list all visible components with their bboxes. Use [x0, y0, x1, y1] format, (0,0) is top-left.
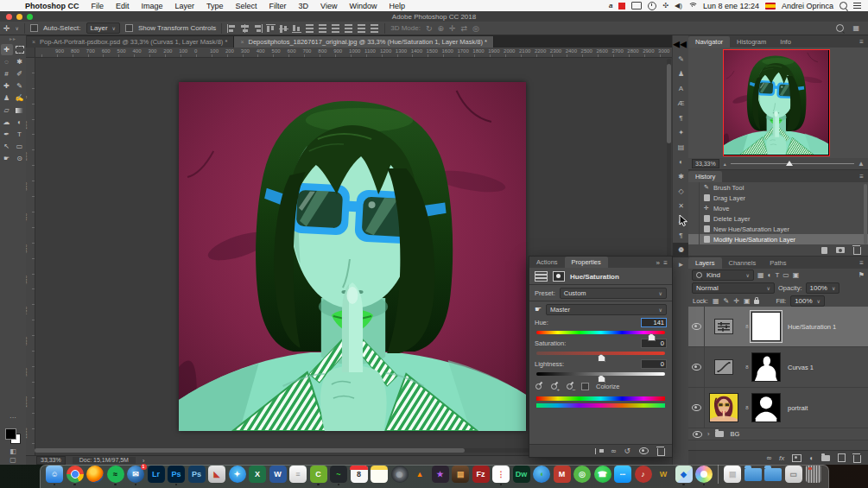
menu-clock[interactable]: Lun 8 ene 12:24 [703, 2, 759, 10]
dock-clipboard[interactable]: ▭ [784, 466, 802, 486]
align-top-icon[interactable] [266, 24, 276, 33]
dock-whatsapp[interactable]: ☎ [593, 466, 611, 486]
dock-photoshop-cc[interactable]: Ps [168, 466, 186, 486]
dist-bottom-icon[interactable] [331, 24, 340, 33]
dist-right-icon[interactable] [370, 24, 379, 33]
layer-visibility-icon[interactable] [692, 404, 701, 411]
dock-applications-folder[interactable] [764, 468, 782, 486]
lock-pixels-icon[interactable]: ✎ [724, 297, 730, 305]
adjustment-layer-icon[interactable] [714, 319, 733, 334]
history-panel-menu-icon[interactable]: ≡ [859, 173, 864, 181]
maps-icon[interactable]: ◆ [675, 466, 693, 483]
dock-finder[interactable]: ☺ [46, 466, 64, 486]
panel-icon-swirl[interactable]: ❁ [673, 243, 689, 257]
type-tool[interactable]: T [14, 129, 26, 140]
menu-window[interactable]: Window [343, 2, 383, 10]
dock-fingerprint[interactable]: ◎ [573, 466, 592, 486]
3d-roll-icon[interactable]: ⊕ [437, 24, 444, 33]
panel-icon-tool-presets[interactable]: ✱ [673, 169, 689, 184]
marquee-tool[interactable] [14, 44, 26, 55]
tab-properties[interactable]: Properties [565, 257, 608, 268]
panel-icon-paragraph[interactable]: ¶ [673, 111, 689, 125]
panel-icon-styles[interactable]: ✦ [673, 125, 689, 140]
imovie-icon[interactable]: ★ [432, 466, 449, 483]
tab-actions[interactable]: Actions [529, 257, 565, 268]
panel-icon-glyphs[interactable]: Æ [673, 96, 689, 111]
dock-thunderbird[interactable]: ✉1 [127, 466, 145, 486]
dock-messages[interactable]: ••• [614, 466, 632, 486]
delete-layer-icon[interactable] [853, 455, 861, 463]
lock-transparency-icon[interactable]: ▦ [713, 297, 719, 305]
filter-pixel-layers-icon[interactable]: ▦ [757, 271, 764, 279]
mask-link-icon[interactable]: 8 [743, 405, 751, 410]
input-language-flag-icon[interactable] [765, 3, 776, 10]
vertical-ruler[interactable]: 010020030040050060070080090010001100 [26, 57, 35, 456]
dock-photo-viewer[interactable]: ◣ [208, 466, 226, 486]
tab-history[interactable]: History [688, 171, 722, 182]
layer-visibility-icon[interactable] [693, 431, 702, 438]
eraser-tool[interactable]: ▱ [1, 105, 13, 116]
fingerprint-icon[interactable]: ◎ [573, 466, 591, 483]
eyedropper-add-icon[interactable]: + [550, 382, 559, 390]
quick-mask-button[interactable]: ◧ [0, 447, 26, 455]
dock-chrome[interactable] [66, 466, 84, 486]
reset-adjustment-icon[interactable]: ↺ [624, 447, 630, 455]
lock-artboard-icon[interactable]: ▣ [744, 297, 751, 305]
dock-audio-sampler[interactable]: ▤ [452, 466, 470, 486]
keyboard-icon[interactable]: ✣ [662, 2, 668, 10]
healing-brush-tool[interactable]: ✚ [1, 80, 13, 92]
signature-app-icon[interactable]: a [609, 2, 612, 10]
dist-v-center-icon[interactable] [318, 24, 327, 33]
eyedropper-tool[interactable]: ✐ [14, 68, 26, 79]
layer-visibility-icon[interactable] [692, 364, 701, 371]
wineskin-icon[interactable]: W [655, 466, 672, 483]
lock-all-icon[interactable] [754, 300, 759, 304]
shape-tool[interactable]: ▭ [14, 141, 26, 152]
layer-mask-thumbnail[interactable] [751, 393, 781, 422]
gradient-tool[interactable] [14, 105, 26, 116]
auto-select-checkbox[interactable] [30, 24, 38, 32]
auto-select-dropdown[interactable]: Layer∨ [86, 22, 120, 34]
link-layers-icon[interactable]: 8 [766, 456, 772, 459]
align-h-center-icon[interactable] [240, 24, 250, 33]
tab-histogram[interactable]: Histogram [730, 36, 773, 48]
clone-stamp-tool[interactable]: ♟ [1, 92, 13, 104]
smudge-tool[interactable]: ☁ [1, 117, 13, 128]
layer-mask-thumbnail[interactable] [751, 312, 781, 341]
history-state[interactable]: Modify Hue/Saturation Layer [688, 234, 868, 244]
dock-spotify[interactable]: ≈ [106, 466, 124, 486]
spotlight-icon[interactable] [839, 2, 847, 10]
user-name[interactable]: Andrei Oprinca [782, 2, 833, 10]
lightroom-icon[interactable]: Lr [148, 466, 165, 483]
safari-icon[interactable]: ✦ [229, 466, 246, 483]
dock-word[interactable]: W [269, 466, 287, 486]
panel-icon-adjustments[interactable]: ◐ [673, 155, 689, 169]
tab-navigator[interactable]: Navigator [688, 36, 730, 48]
path-select-tool[interactable]: ↖ [1, 141, 13, 152]
panel-icon-threed[interactable]: ◇ [673, 184, 689, 199]
move-tool[interactable]: ✛ [1, 44, 13, 55]
toggle-mask-link-icon[interactable]: 8 [611, 449, 617, 453]
mask-link-icon[interactable]: 8 [743, 364, 751, 370]
camtasia-icon[interactable]: C [310, 466, 327, 483]
dock-radio-app[interactable]: ♪ [634, 466, 652, 486]
panel-icon-clone-source[interactable]: ♟ [673, 67, 689, 81]
dock-camtasia[interactable]: C [309, 466, 327, 486]
history-state[interactable]: Drag Layer [688, 193, 868, 203]
hue-slider[interactable] [536, 331, 665, 334]
dodge-tool[interactable]: ◐ [14, 117, 26, 128]
layer-group-row[interactable]: ›BG [688, 428, 868, 440]
new-layer-icon[interactable] [838, 453, 846, 462]
whatsapp-icon[interactable]: ☎ [594, 466, 611, 483]
reminders-icon[interactable]: ⋮ [492, 466, 510, 483]
navigator-panel-menu-icon[interactable]: ≡ [859, 38, 864, 46]
applications-folder-icon[interactable] [764, 468, 782, 481]
filter-smart-objects-icon[interactable]: ▣ [793, 271, 800, 279]
lightness-slider[interactable] [536, 372, 665, 376]
calendar-icon[interactable]: 8 [351, 466, 368, 483]
navigator-zoom-slider[interactable] [731, 163, 854, 164]
wifi-icon[interactable] [688, 3, 697, 10]
lightness-slider-thumb[interactable] [598, 375, 605, 383]
align-right-icon[interactable] [253, 24, 263, 33]
dock-dvd-player[interactable]: ◉ [390, 466, 409, 486]
